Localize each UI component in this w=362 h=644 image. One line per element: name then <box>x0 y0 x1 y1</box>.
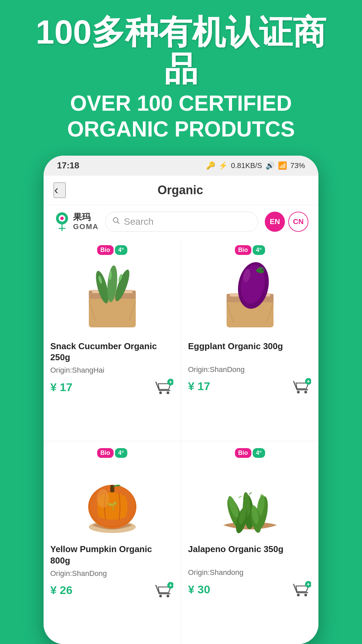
svg-text:+: + <box>307 581 310 587</box>
badge-row-jalapeno: Bio 4° <box>235 448 265 458</box>
lang-cn-button[interactable]: CN <box>288 212 308 232</box>
phone-frame: 17:18 🔑 ⚡ 0.81KB/S 🔊 📶 73% ‹ Organic <box>44 156 318 644</box>
svg-point-56 <box>304 594 307 596</box>
svg-line-6 <box>118 222 120 224</box>
product-card-jalapeno: Bio 4° <box>181 441 318 644</box>
product-origin-eggplant: Origin:ShanDong <box>188 365 312 374</box>
battery-icon: 73% <box>290 161 305 170</box>
lang-en-button[interactable]: EN <box>265 212 285 232</box>
temp-badge-eggplant: 4° <box>252 245 265 255</box>
product-name-jalapeno: Jalapeno Organic 350g <box>188 544 312 566</box>
product-price-eggplant: ¥ 17 <box>188 380 210 393</box>
bio-badge-pumpkin: Bio <box>97 448 113 458</box>
product-footer-eggplant: ¥ 17 + <box>188 377 312 395</box>
svg-point-55 <box>297 594 300 596</box>
bluetooth-icon: ⚡ <box>219 161 228 170</box>
search-header: 果玛 GOMA Search EN CN <box>44 205 318 238</box>
signal-icon: 📶 <box>278 161 287 170</box>
logo-icon <box>54 212 70 232</box>
product-card-eggplant: Bio 4° <box>181 238 318 441</box>
product-card-cucumber: Bio 4° <box>44 238 181 441</box>
status-icons: 🔑 ⚡ 0.81KB/S 🔊 📶 73% <box>206 161 305 170</box>
svg-point-32 <box>304 391 307 393</box>
logo-english: GOMA <box>73 222 99 231</box>
product-image-jalapeno <box>188 458 312 539</box>
product-footer-jalapeno: ¥ 30 + <box>188 580 312 598</box>
network-speed: 0.81KB/S <box>231 161 262 170</box>
product-origin-pumpkin: Origin:ShanDong <box>50 569 174 578</box>
add-to-cart-jalapeno[interactable]: + <box>290 580 312 598</box>
product-footer-cucumber: ¥ 17 + <box>50 378 174 396</box>
badge-row-pumpkin: Bio 4° <box>97 448 127 458</box>
product-price-jalapeno: ¥ 30 <box>188 583 210 596</box>
temp-badge-jalapeno: 4° <box>252 448 265 458</box>
svg-point-31 <box>297 391 300 393</box>
product-card-pumpkin: Bio 4° <box>44 441 181 644</box>
wifi-icon: 🔊 <box>265 161 275 170</box>
badge-row-cucumber: Bio 4° <box>97 245 127 255</box>
status-bar: 17:18 🔑 ⚡ 0.81KB/S 🔊 📶 73% <box>44 156 318 176</box>
temp-badge: 4° <box>115 245 127 255</box>
logo-area: 果玛 GOMA <box>54 212 99 232</box>
svg-text:+: + <box>169 379 172 385</box>
back-button[interactable]: ‹ <box>54 182 66 198</box>
svg-point-41 <box>159 595 162 597</box>
svg-rect-39 <box>110 485 114 492</box>
search-placeholder: Search <box>124 216 154 227</box>
product-name-eggplant: Eggplant Organic 300g <box>188 341 312 363</box>
badge-row-eggplant: Bio 4° <box>235 245 265 255</box>
key-icon: 🔑 <box>206 161 215 170</box>
svg-point-2 <box>60 217 64 220</box>
logo-chinese: 果玛 <box>73 212 99 222</box>
product-footer-pumpkin: ¥ 26 + <box>50 581 174 599</box>
add-to-cart-pumpkin[interactable]: + <box>153 581 174 599</box>
search-box[interactable]: Search <box>105 212 258 232</box>
product-image-cucumber <box>50 255 174 336</box>
products-grid: Bio 4° <box>44 238 318 644</box>
svg-point-5 <box>113 218 118 222</box>
add-to-cart-cucumber[interactable]: + <box>153 378 174 396</box>
nav-bar: ‹ Organic <box>44 176 318 205</box>
bio-badge: Bio <box>97 245 113 255</box>
bio-badge-eggplant: Bio <box>235 245 251 255</box>
bio-badge-jalapeno: Bio <box>235 448 251 458</box>
product-name-pumpkin: Yellow Pumpkin Organic 800g <box>50 544 174 567</box>
status-time: 17:18 <box>57 160 79 171</box>
hero-chinese-text: 100多种有机认证商品 <box>20 13 342 87</box>
add-to-cart-eggplant[interactable]: + <box>290 377 312 395</box>
product-price-cucumber: ¥ 17 <box>50 381 72 394</box>
svg-text:+: + <box>169 582 172 588</box>
search-icon <box>112 217 120 227</box>
svg-text:+: + <box>307 378 310 384</box>
hero-section: 100多种有机认证商品 OVER 100 CERTIFIEDORGANIC PR… <box>0 0 362 149</box>
product-name-cucumber: Snack Cucumber Organic 250g <box>50 341 174 364</box>
hero-english-text: OVER 100 CERTIFIEDORGANIC PRODUTCS <box>20 91 342 142</box>
product-price-pumpkin: ¥ 26 <box>50 584 72 597</box>
svg-point-18 <box>159 391 162 394</box>
temp-badge-pumpkin: 4° <box>115 448 127 458</box>
svg-point-19 <box>167 391 169 394</box>
page-title: Organic <box>66 183 295 197</box>
svg-text:🌱: 🌱 <box>107 501 117 511</box>
logo-text: 果玛 GOMA <box>73 212 99 231</box>
language-buttons: EN CN <box>265 212 308 232</box>
product-image-eggplant <box>188 255 312 336</box>
svg-point-42 <box>167 595 169 597</box>
product-image-pumpkin: 🌱 <box>50 458 174 539</box>
product-origin-jalapeno: Origin:Shandong <box>188 568 312 577</box>
product-origin-cucumber: Origin:ShangHai <box>50 366 174 375</box>
